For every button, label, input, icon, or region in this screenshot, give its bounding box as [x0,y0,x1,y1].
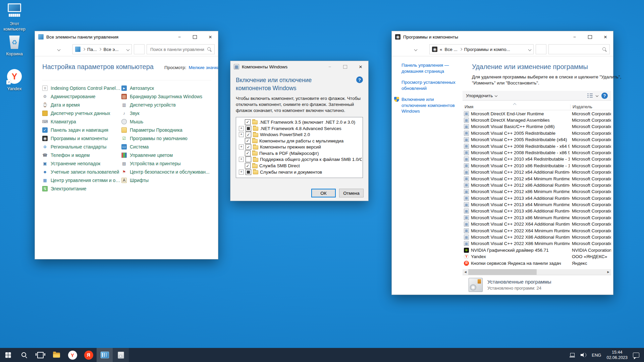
program-row[interactable]: ▦Microsoft Visual C++ 2022 X86 Minimum R… [463,240,611,247]
view-selector[interactable]: Мелкие значки [189,65,218,70]
desktop-icon-recycle-bin[interactable]: ♻Корзина [1,36,28,57]
control-panel-item[interactable]: ≡Indexing Options Control Panel (32 ... [42,84,121,92]
program-row[interactable]: ▦Microsoft DirectX End-User RuntimeMicro… [463,110,611,117]
list-view-icon[interactable] [587,94,593,98]
program-row[interactable]: ▦Microsoft Visual C++ 2005 Redistributab… [463,130,611,136]
control-panel-item[interactable]: Управление цветом [121,151,211,159]
program-row[interactable]: ▦Microsoft Visual C++ 2005 Redistributab… [463,136,611,143]
control-panel-item[interactable]: Параметры Проводника [121,126,211,134]
help-icon[interactable]: ? [356,76,363,83]
feature-checkbox[interactable]: ✓ [246,132,251,137]
control-panel-button[interactable] [97,348,113,362]
yandex-browser-button[interactable]: Y [64,348,80,362]
control-panel-item[interactable]: ♪Звук [121,109,211,117]
address-bar[interactable]: Па... Все э... [72,44,132,54]
control-panel-item[interactable]: ☑Программы по умолчанию [121,134,211,142]
yandex-app-button[interactable]: Я [80,348,97,362]
breadcrumb-item[interactable]: Все ... [445,47,458,52]
program-row[interactable]: ▦Microsoft Visual C++ 2013 x64 Minimum R… [463,201,611,208]
address-dropdown-icon[interactable] [126,48,130,51]
control-panel-item[interactable]: ✓Панель задач и навигация [42,126,121,134]
feature-checkbox[interactable] [246,169,251,175]
program-row[interactable]: ▦Microsoft Visual C++ 2010 x86 Redistrib… [463,163,611,169]
control-panel-item[interactable]: Диспетчер учетных данных [42,109,121,117]
file-explorer-button[interactable] [48,348,64,362]
control-panel-item[interactable]: ⚙Администрирование [42,92,121,101]
control-panel-item[interactable]: ⌨Клавиатура [42,117,121,126]
control-panel-item[interactable]: ▥Диспетчер устройств [121,101,211,109]
feature-checkbox[interactable]: ✓ [246,144,251,150]
program-row[interactable]: ◉NVIDIA Графический драйвер 456.71NVIDIA… [463,247,611,253]
windows-feature-row[interactable]: ✓Служба SMB Direct [237,163,362,169]
windows-feature-row[interactable]: +.NET Framework 4.8 Advanced Services [237,125,362,132]
control-panel-item[interactable]: ↯Электропитание [42,184,121,193]
scroll-right-arrow[interactable]: ▶ [605,270,611,274]
address-bar[interactable]: ◉ « Все ... Программы и компо... [429,44,534,54]
program-row[interactable]: ▦Microsoft Visual Basic/C++ Runtime (x86… [463,123,611,130]
windows-feature-row[interactable]: ✓.NET Framework 3.5 (включает .NET 2.0 и… [237,119,362,125]
program-row[interactable]: ▦Microsoft Visual C++ 2013 x64 Additiona… [463,195,611,201]
language-indicator[interactable]: ENG [592,353,601,358]
network-icon[interactable] [570,353,575,357]
program-row[interactable]: ▦Microsoft Visual C++ 2012 x64 Minimum R… [463,175,611,182]
control-panel-item[interactable]: Мышь [121,117,211,126]
program-row[interactable]: YYandexООО «ЯНДЕКС» [463,253,611,260]
feature-checkbox[interactable]: ✓ [245,150,251,156]
scrollbar-thumb[interactable] [468,269,537,275]
cancel-button[interactable]: Отмена [339,189,364,197]
address-dropdown-icon[interactable] [528,48,532,51]
program-row[interactable]: ЯКнопки сервисов Яндекса на панели задач… [463,260,611,266]
expander-icon[interactable]: + [239,126,244,131]
maximize-button[interactable] [582,31,598,43]
breadcrumb-item[interactable]: Программы и компо... [464,47,510,52]
action-center-icon[interactable] [633,353,639,358]
start-button[interactable] [0,348,16,362]
program-row[interactable]: ▦Microsoft Visual C++ 2012 x64 Additiona… [463,169,611,175]
expander-icon[interactable]: + [239,157,244,162]
search-input[interactable] [150,47,205,52]
program-row[interactable]: ▦Microsoft Visual C++ 2022 X64 Minimum R… [463,227,611,234]
volume-icon[interactable] [581,353,586,357]
breadcrumb-item[interactable]: Все э... [103,47,118,52]
history-chevron-icon[interactable] [57,48,61,51]
program-row[interactable]: ▦Microsoft Visual C++ 2012 x86 Minimum R… [463,188,611,195]
control-panel-item[interactable]: ▣Устранение неполадок [42,159,121,168]
minimize-button[interactable]: – [322,61,337,72]
scroll-left-arrow[interactable]: ◀ [463,270,468,274]
column-header-name[interactable]: Имя [463,104,570,109]
expander-icon[interactable]: + [239,132,244,137]
clock[interactable]: 15:44 02.06.2023 [606,350,628,361]
program-row[interactable]: ▦Microsoft Visual C++ 2013 x86 Additiona… [463,208,611,214]
windows-feature-row[interactable]: ✓Компоненты для работы с мультимедиа [237,138,362,144]
program-row[interactable]: ▦Microsoft Visual C++ 2010 x64 Redistrib… [463,156,611,162]
maximize-button[interactable] [187,31,203,43]
control-panel-item[interactable]: ☻Учетные записи пользователей [42,168,121,176]
feature-checkbox[interactable] [246,126,251,131]
minimize-button[interactable]: – [567,31,582,43]
control-panel-item[interactable]: ▤Устройства и принтеры [121,159,211,168]
control-panel-item[interactable]: ▸Автозапуск [121,84,211,92]
windows-feature-row[interactable]: +Поддержка общего доступа к файлам SMB 1… [237,157,362,163]
control-panel-item[interactable]: ◉Программы и компоненты [42,134,121,142]
program-row[interactable]: ▦Microsoft Visual C++ 2022 X86 Additiona… [463,234,611,240]
sidebar-item-windows-features[interactable]: Включение или отключение компонентов Win… [394,97,458,114]
chevron-down-icon[interactable] [596,94,598,97]
control-panel-item[interactable]: AШрифты [121,176,211,184]
program-row[interactable]: ▦Microsoft DirectX Managed AssembliesMic… [463,117,611,123]
control-panel-item[interactable]: ⚑Центр безопасности и обслуживан... [121,168,211,176]
expander-icon[interactable]: + [239,144,244,149]
refresh-button[interactable] [134,44,145,54]
sidebar-item-installed-updates[interactable]: Просмотр установленных обновлений [394,79,458,91]
search-input[interactable] [551,47,600,52]
programs-features-button[interactable] [113,348,129,362]
control-panel-item[interactable]: ▦Центр управления сетями и общи... [42,176,121,184]
windows-feature-row[interactable]: +✓Windows PowerShell 2.0 [237,131,362,138]
breadcrumb-item[interactable]: Па... [87,47,97,52]
help-icon[interactable]: ? [601,93,608,99]
refresh-button[interactable] [536,44,546,54]
desktop-icon-this-pc[interactable]: Этот компьютер [1,3,28,32]
program-row[interactable]: ▦Microsoft Visual C++ 2008 Redistributab… [463,143,611,149]
close-button[interactable]: × [353,61,368,72]
feature-checkbox[interactable]: ✓ [245,119,251,125]
windows-feature-row[interactable]: ✓Печать в PDF (Майкрософт) [237,150,362,157]
